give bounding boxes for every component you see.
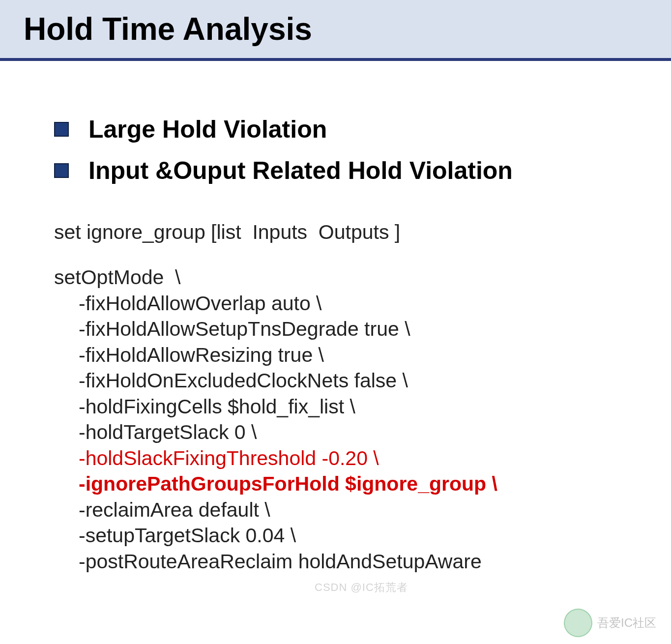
- page-title: Hold Time Analysis: [24, 11, 671, 47]
- square-bullet-icon: [54, 163, 69, 178]
- code-line: setOptMode \: [54, 264, 642, 290]
- code-line: -reclaimArea default \: [54, 497, 642, 523]
- slide-content: Large Hold Violation Input &Ouput Relate…: [0, 61, 671, 574]
- code-line: -holdFixingCells $hold_fix_list \: [54, 394, 642, 419]
- watermark-right: 吾爱IC社区: [564, 609, 656, 637]
- bullet-list: Large Hold Violation Input &Ouput Relate…: [54, 115, 642, 185]
- code-line: -fixHoldAllowResizing true \: [54, 342, 642, 368]
- code-line: -holdTargetSlack 0 \: [54, 419, 642, 445]
- watermark-text: 吾爱IC社区: [597, 615, 656, 631]
- watermark-logo-icon: [564, 609, 592, 637]
- square-bullet-icon: [54, 122, 69, 137]
- code-line: -fixHoldAllowSetupTnsDegrade true \: [54, 316, 642, 342]
- code-line: -holdSlackFixingThreshold -0.20 \: [54, 445, 642, 471]
- code-line: -setupTargetSlack 0.04 \: [54, 523, 642, 548]
- title-bar: Hold Time Analysis: [0, 0, 671, 61]
- code-line: -postRouteAreaReclaim holdAndSetupAware: [54, 549, 642, 574]
- bullet-text: Input &Ouput Related Hold Violation: [88, 156, 513, 185]
- bullet-item: Large Hold Violation: [54, 115, 642, 144]
- code-block: set ignore_group [list Inputs Outputs ] …: [54, 219, 642, 574]
- blank-line: [54, 245, 642, 264]
- code-line: set ignore_group [list Inputs Outputs ]: [54, 219, 642, 245]
- bullet-text: Large Hold Violation: [88, 115, 327, 144]
- code-line: -fixHoldOnExcludedClockNets false \: [54, 368, 642, 393]
- code-line: -ignorePathGroupsForHold $ignore_group \: [54, 471, 642, 497]
- watermark-text: CSDN @IC拓荒者: [315, 580, 408, 595]
- code-line: -fixHoldAllowOverlap auto \: [54, 291, 642, 316]
- bullet-item: Input &Ouput Related Hold Violation: [54, 156, 642, 185]
